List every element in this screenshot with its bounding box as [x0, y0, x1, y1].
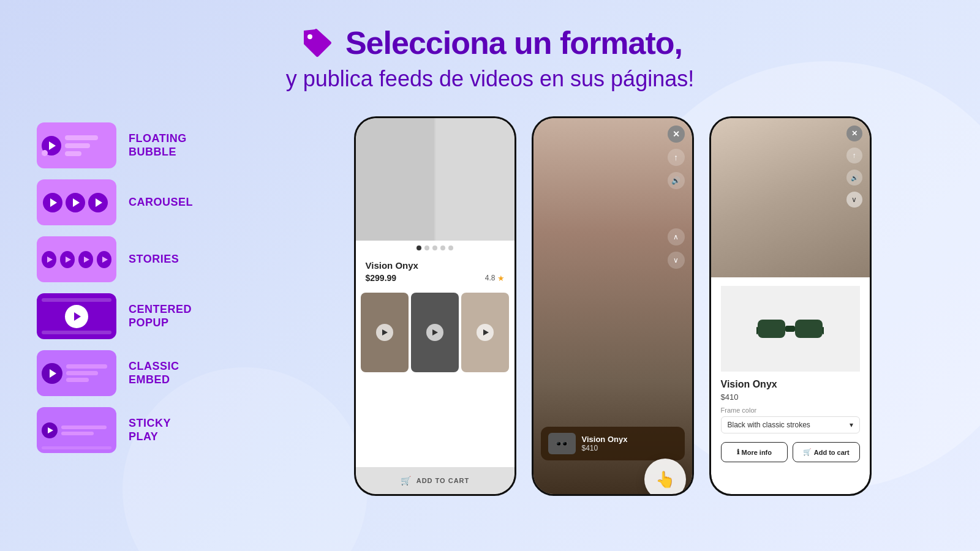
format-sidebar: FLOATING BUBBLE CAROUSEL: [37, 116, 251, 453]
cart-icon-p3: 🛒: [803, 448, 812, 456]
p2-product-name: Vision Onyx: [582, 435, 628, 444]
bubble-dot: [42, 150, 48, 156]
p2-product-price: $410: [582, 444, 628, 452]
p3-add-to-cart-button[interactable]: 🛒 Add to cart: [793, 442, 860, 462]
svg-rect-1: [758, 320, 785, 338]
svg-rect-4: [756, 327, 758, 334]
carousel-play1: [43, 193, 62, 212]
p1-hero-image: [356, 118, 514, 241]
p1-thumb-2: [411, 293, 459, 372]
p3-video-area: ✕ ↑ 🔊 ∨: [711, 118, 870, 277]
p3-frame-select[interactable]: Black with classic strokes ▾: [721, 416, 860, 433]
phone-popup: ✕ ↑ 🔊 ∨ V: [709, 116, 872, 496]
p2-share-btn[interactable]: ↑: [668, 149, 685, 166]
p2-up-btn[interactable]: ∧: [668, 228, 685, 246]
p2-video-bg: ✕ ↑ 🔊 ∧ ∨ 🕶️ Vision Onyx $410: [533, 118, 692, 494]
sidebar-item-centered-popup[interactable]: CENTERED POPUP: [37, 293, 251, 339]
carousel-play2: [66, 193, 85, 212]
floating-bubble-icon-box: [37, 122, 116, 168]
sidebar-item-carousel[interactable]: CAROUSEL: [37, 179, 251, 225]
p2-down-btn[interactable]: ∨: [668, 252, 685, 269]
p2-product-bar: 🕶️ Vision Onyx $410: [541, 427, 685, 460]
sidebar-item-classic-embed[interactable]: CLASSIC EMBED: [37, 350, 251, 396]
sidebar-item-stories[interactable]: STORIES: [37, 236, 251, 282]
sidebar-item-sticky-play[interactable]: STICKY PLAY: [37, 407, 251, 453]
p2-tap-gesture: 👆: [644, 459, 686, 494]
p3-frame-value: Black with classic strokes: [728, 421, 810, 429]
svg-rect-3: [785, 326, 795, 332]
floating-bubble-label: FLOATING BUBBLE: [129, 132, 187, 159]
p1-thumb-1: [361, 293, 409, 372]
stories-icon-box: [37, 236, 116, 282]
p3-price: $410: [721, 392, 860, 402]
sticky-play-icon-box: [37, 407, 116, 453]
classic-embed-label: CLASSIC EMBED: [129, 360, 179, 386]
sticky-play-label: STICKY PLAY: [129, 417, 171, 443]
sidebar-item-floating-bubble[interactable]: FLOATING BUBBLE: [37, 122, 251, 168]
sticky-play-play: [42, 422, 58, 438]
centered-popup-icon-box: [37, 293, 116, 339]
add-to-cart-label: ADD TO CART: [417, 477, 470, 484]
cart-icon: 🛒: [401, 476, 412, 485]
centered-popup-play: [65, 305, 88, 328]
lines-floating: [65, 135, 111, 156]
page-subtitle: y publica feeds de videos en sus páginas…: [0, 66, 980, 92]
p1-price: $299.99: [366, 273, 397, 283]
svg-rect-2: [795, 320, 823, 338]
p3-more-info-button[interactable]: ℹ More info: [721, 442, 788, 462]
p1-dots: [356, 241, 514, 255]
info-icon: ℹ: [737, 448, 739, 456]
p3-chevron-btn[interactable]: ∨: [846, 192, 862, 208]
carousel-play3: [88, 193, 108, 212]
p3-close-btn[interactable]: ✕: [846, 126, 862, 141]
p3-frame-label: Frame color: [721, 407, 860, 414]
p2-close-btn[interactable]: ✕: [668, 126, 685, 143]
p2-sound-btn[interactable]: 🔊: [668, 172, 685, 189]
p1-video-grid: [356, 288, 514, 377]
p1-thumb-3: [461, 293, 509, 372]
carousel-icon-box: [37, 179, 116, 225]
p3-share-btn[interactable]: ↑: [846, 148, 862, 163]
p2-product-img: 🕶️: [548, 433, 576, 454]
carousel-label: CAROUSEL: [129, 196, 193, 209]
centered-popup-label: CENTERED POPUP: [129, 303, 192, 329]
svg-point-0: [307, 34, 312, 39]
classic-embed-play: [42, 363, 62, 384]
phone-stories: ✕ ↑ 🔊 ∧ ∨ 🕶️ Vision Onyx $410: [532, 116, 694, 496]
p3-sound-btn[interactable]: 🔊: [846, 170, 862, 186]
page-title: Selecciona un formato,: [345, 24, 682, 61]
page-header: Selecciona un formato, y publica feeds d…: [0, 0, 980, 104]
svg-rect-5: [823, 327, 824, 334]
p1-add-to-cart-bar[interactable]: 🛒 ADD TO CART: [356, 467, 514, 494]
p1-product-name: Vision Onyx: [366, 260, 505, 271]
p3-action-buttons: ℹ More info 🛒 Add to cart: [721, 442, 860, 462]
phone-feed: Vision Onyx $299.99 4.8 ★: [354, 116, 516, 496]
phones-container: Vision Onyx $299.99 4.8 ★: [270, 116, 956, 496]
p3-product-name: Vision Onyx: [721, 379, 860, 390]
stories-label: STORIES: [129, 253, 179, 266]
p3-product-panel: Vision Onyx $410 Frame color Black with …: [711, 277, 870, 471]
p1-rating: 4.8 ★: [485, 274, 505, 283]
p3-dropdown-icon: ▾: [850, 421, 853, 429]
classic-embed-icon-box: [37, 350, 116, 396]
tag-icon: [298, 24, 334, 61]
p3-product-image: [721, 286, 860, 372]
